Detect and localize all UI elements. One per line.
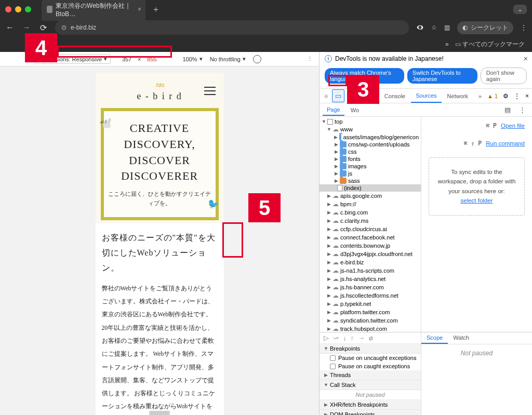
cloud-icon: ☁ [332,225,339,233]
pause-uncaught-checkbox[interactable]: Pause on uncaught exceptions [320,354,421,362]
address-bar[interactable]: ⊙ e-bird.biz [55,20,409,35]
incognito-badge[interactable]: ◐ シークレット [457,21,513,34]
workspace-drop-zone[interactable]: To sync edits to the workspace, drop a f… [429,157,525,216]
throttling-dropdown[interactable]: No throttling▾ [210,56,246,62]
close-icon[interactable]: × [524,55,528,63]
chrome-menu-icon[interactable]: ⋮ [521,24,527,31]
run-command-link[interactable]: Run command [486,140,525,146]
section-threads[interactable]: ▶Threads [320,370,421,380]
cloud-icon: ☁ [332,300,339,307]
tree-folder[interactable]: ▶css [320,148,421,155]
device-more-icon[interactable]: ⋮ [307,56,312,62]
tab-sources[interactable]: Sources [411,89,441,103]
tree-domain[interactable]: ▶☁js-na1.hs-scripts.com [320,266,421,275]
subtab-page[interactable]: Page [323,104,344,116]
tree-file-index[interactable]: (index) [320,184,421,192]
tree-domain[interactable]: ▶☁js.hs-analytics.net [320,275,421,283]
bookmark-star-icon[interactable]: ☆ [431,24,437,31]
side-panel-icon[interactable]: ▥ [444,24,450,31]
close-tab-icon[interactable]: × [138,6,141,13]
tree-domain[interactable]: ▶☁js.hs-banner.com [320,283,421,291]
tree-domain[interactable]: ▶☁track.hubspot.com [320,325,421,332]
dont-show-button[interactable]: Don't show again [481,68,527,84]
device-toolbar-toggle-icon[interactable]: ▭ [332,89,344,102]
all-bookmarks-button[interactable]: ▭ すべてのブックマーク [455,40,525,49]
tree-domain[interactable]: ▶☁e-bird.biz [320,258,421,266]
tree-folder[interactable]: ▶assets/images/blog/genericon [320,133,421,141]
tree-folder[interactable]: ▶js [320,170,421,177]
pause-caught-checkbox[interactable]: Pause on caught exceptions [320,362,421,370]
section-xhr-bp[interactable]: ▶XHR/fetch Breakpoints [320,400,421,410]
tree-folder[interactable]: ▶cms/wp-content/uploads [320,141,421,148]
step-over-icon[interactable]: ⤻ [333,334,339,342]
tree-domain[interactable]: ▶☁contents.bownow.jp [320,242,421,250]
tree-host[interactable]: ▼☁www [320,125,421,133]
tree-top[interactable]: ▼top [320,118,421,125]
close-window-icon[interactable] [5,6,11,12]
subtab-workspace[interactable]: Wo [347,105,363,115]
hamburger-menu-icon[interactable] [204,84,216,98]
folder-icon [340,149,347,155]
tab-network[interactable]: Network [443,90,473,102]
sources-more-icon[interactable]: ⋮ [516,105,529,115]
browser-tab[interactable]: 東京渋谷のWeb制作会社｜BtoB… × [42,0,145,21]
resize-handle-bottom[interactable] [149,411,170,413]
tab-scope[interactable]: Scope [421,332,448,344]
tabs-overflow-icon[interactable]: » [474,90,486,102]
tree-domain[interactable]: ▶☁d3pj3vgx4ijpjx.cloudfront.net [320,250,421,258]
reload-button[interactable]: ⟳ [38,23,48,33]
step-icon[interactable]: → [358,334,365,342]
tab-watch[interactable]: Watch [448,332,474,344]
gear-icon[interactable]: ⚙ [503,92,509,100]
bookmarks-overflow-icon[interactable]: » [445,41,449,48]
close-devtools-icon[interactable]: × [525,92,529,100]
devtools-menu-icon[interactable]: ⋮ [514,92,520,100]
group-by-icon[interactable]: ▤ [501,105,514,115]
zoom-dropdown[interactable]: 100%▾ [183,56,203,62]
cloud-icon: ☁ [332,292,339,299]
logo-text: e - b i r d [115,91,204,102]
minimize-window-icon[interactable] [15,6,21,12]
tree-domain[interactable]: ▶☁ccfp.cloudcircus.ai [320,225,421,233]
site-info-icon[interactable]: ⊙ [61,24,66,31]
back-button[interactable]: ← [5,23,15,32]
step-into-icon[interactable]: ↓ [343,334,347,342]
tree-folder[interactable]: ▶images [320,163,421,170]
tree-domain[interactable]: ▶☁p.typekit.net [320,300,421,308]
new-tab-button[interactable]: ＋ [150,2,162,17]
tabs-dropdown-button[interactable]: ⌄ [513,5,527,14]
section-dom-bp[interactable]: ▶DOM Breakpoints [320,410,421,415]
section-breakpoints[interactable]: ▼Breakpoints [320,344,421,354]
rotate-icon[interactable] [253,55,261,63]
tree-domain[interactable]: ▶☁c.clarity.ms [320,217,421,225]
forward-button[interactable]: → [22,23,31,32]
tree-domain[interactable]: ▶☁js.hscollectedforms.net [320,291,421,300]
site-logo[interactable]: ≈≈ e - b i r d [115,80,204,102]
eye-off-icon[interactable]: 👁‍🗨 [416,24,424,31]
tree-domain[interactable]: ▶☁connect.facebook.net [320,233,421,242]
tab-console[interactable]: Console [380,90,410,102]
step-out-icon[interactable]: ↑ [351,334,354,342]
file-tree[interactable]: ▼top ▼☁www ▶assets/images/blog/genericon… [320,117,421,332]
cloud-icon: ☁ [332,275,339,283]
tree-domain[interactable]: ▶☁c.bing.com [320,208,421,217]
open-file-link[interactable]: Open file [501,123,525,129]
select-folder-link[interactable]: select folder [460,197,493,204]
switch-language-button[interactable]: Switch DevTools to Japanese [407,68,477,84]
devtools-panel: i DevTools is now available in Japanese!… [319,52,532,415]
resume-icon[interactable]: ▷ [324,334,329,342]
tree-folder[interactable]: ▶fonts [320,155,421,163]
chevron-down-icon: ▾ [200,56,203,62]
tree-domain[interactable]: ▶☁apis.google.com [320,192,421,200]
section-callstack[interactable]: ▼Call Stack [320,380,421,390]
fullscreen-window-icon[interactable] [25,6,31,12]
warnings-badge[interactable]: ▲1 [487,93,498,99]
page-preview[interactable]: ≈≈ e - b i r d 🕊️ CREATIVE DISCOVERY, DI… [96,73,224,415]
cloud-icon: ☁ [332,284,339,291]
tree-domain[interactable]: ▶☁platform.twitter.com [320,308,421,316]
tree-domain[interactable]: ▶☁bpm:// [320,200,421,208]
inspect-element-icon[interactable]: ⟐ [322,90,331,102]
deactivate-bp-icon[interactable]: ⌀ [369,334,373,342]
tree-folder-sass[interactable]: ▶sass [320,177,421,184]
tree-domain[interactable]: ▶☁syndication.twitter.com [320,316,421,325]
